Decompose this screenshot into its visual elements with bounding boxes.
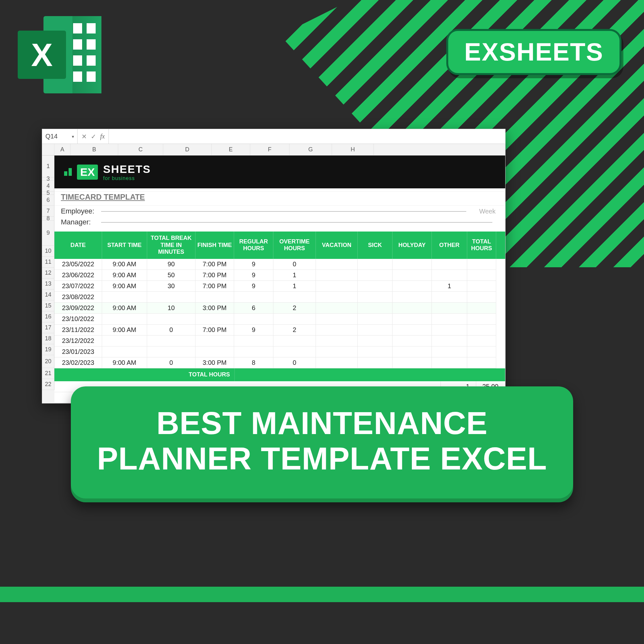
cell[interactable] [147,314,195,325]
cell[interactable]: 1 [273,270,316,281]
confirm-icon[interactable]: ✓ [91,133,96,140]
cell[interactable]: 23/12/2022 [54,336,102,346]
cell[interactable] [432,303,467,314]
cell[interactable] [316,259,358,270]
cell[interactable]: 9:00 AM [102,325,147,336]
table-row[interactable]: 23/10/2022 [54,314,505,325]
row-22[interactable]: 22 [42,379,54,390]
cell[interactable] [467,270,496,281]
cell[interactable]: 9 [234,281,273,292]
cell[interactable] [358,303,393,314]
cell[interactable]: 23/01/2023 [54,346,102,357]
cell[interactable] [432,270,467,281]
table-row[interactable]: 23/01/2023 [54,346,505,357]
row-16[interactable]: 16 [42,311,54,322]
cell[interactable] [393,292,432,303]
cell[interactable] [393,270,432,281]
cell[interactable]: 8 [234,357,273,368]
cell[interactable]: 23/05/2022 [54,259,102,270]
table-row[interactable]: 23/06/20229:00 AM507:00 PM91 [54,270,505,281]
cell[interactable] [195,346,234,357]
table-row[interactable]: 23/05/20229:00 AM907:00 PM90 [54,259,505,270]
manager-input-line[interactable] [101,222,492,223]
table-row[interactable]: 23/02/20239:00 AM03:00 PM80 [54,357,505,368]
sheet-content[interactable]: EX SHEETS for business TIMECARD TEMPLATE… [54,156,505,403]
col-D[interactable]: D [163,144,212,155]
cell[interactable] [102,346,147,357]
row-8[interactable]: 8 [42,217,54,221]
cell[interactable] [467,336,496,346]
row-1[interactable]: 1 [42,156,54,177]
cell[interactable] [358,357,393,368]
cell[interactable]: 2 [273,325,316,336]
cell[interactable]: 23/09/2022 [54,303,102,314]
cell[interactable] [467,303,496,314]
cell[interactable] [432,259,467,270]
cell[interactable]: 23/11/2022 [54,325,102,336]
table-row[interactable]: 23/11/20229:00 AM07:00 PM92 [54,325,505,336]
cell[interactable] [358,292,393,303]
cell[interactable] [316,270,358,281]
cell[interactable] [316,281,358,292]
cell[interactable]: 9:00 AM [102,303,147,314]
cell[interactable]: 7:00 PM [195,259,234,270]
cell[interactable]: 6 [234,303,273,314]
cell[interactable] [234,292,273,303]
cell[interactable]: 0 [273,259,316,270]
cell[interactable] [432,314,467,325]
cell[interactable]: 23/10/2022 [54,314,102,325]
col-G[interactable]: G [289,144,332,155]
table-row[interactable]: 23/12/2022 [54,336,505,346]
cell[interactable]: 9 [234,259,273,270]
cell[interactable] [432,336,467,346]
cell[interactable]: 7:00 PM [195,270,234,281]
cell[interactable]: 9:00 AM [102,270,147,281]
cell[interactable] [273,292,316,303]
table-row[interactable]: 23/08/2022 [54,292,505,303]
cell[interactable]: 7:00 PM [195,325,234,336]
cell[interactable] [393,346,432,357]
cell[interactable] [358,325,393,336]
cell[interactable] [358,281,393,292]
col-C[interactable]: C [118,144,163,155]
cell[interactable]: 9:00 AM [102,281,147,292]
cell[interactable] [195,292,234,303]
row-15[interactable]: 15 [42,300,54,311]
formula-input[interactable] [109,129,505,144]
row-20[interactable]: 20 [42,355,54,368]
row-19[interactable]: 19 [42,344,54,355]
cell[interactable] [467,346,496,357]
cell[interactable]: 0 [147,325,195,336]
cell[interactable] [234,336,273,346]
cell[interactable] [358,270,393,281]
cell[interactable] [195,314,234,325]
cell[interactable] [358,336,393,346]
cell[interactable]: 3:00 PM [195,357,234,368]
cell[interactable] [467,259,496,270]
cell[interactable] [432,346,467,357]
fx-icon[interactable]: fx [100,133,105,140]
cell[interactable] [316,336,358,346]
cell[interactable] [102,292,147,303]
cell[interactable] [147,292,195,303]
table-row[interactable]: 23/09/20229:00 AM103:00 PM62 [54,303,505,314]
cell[interactable] [273,314,316,325]
cell[interactable] [467,314,496,325]
cell[interactable] [432,325,467,336]
col-B[interactable]: B [71,144,118,155]
row-21[interactable]: 21 [42,368,54,379]
cell[interactable] [102,314,147,325]
cell[interactable] [467,325,496,336]
cell[interactable] [358,346,393,357]
cell[interactable]: 9:00 AM [102,357,147,368]
cell[interactable] [273,336,316,346]
col-F[interactable]: F [250,144,289,155]
cell[interactable] [432,357,467,368]
cell[interactable] [393,314,432,325]
cell[interactable]: 0 [147,357,195,368]
row-10[interactable]: 10 [42,246,54,257]
row-13[interactable]: 13 [42,279,54,289]
cell[interactable]: 23/07/2022 [54,281,102,292]
cell[interactable] [316,346,358,357]
cell[interactable] [467,281,496,292]
